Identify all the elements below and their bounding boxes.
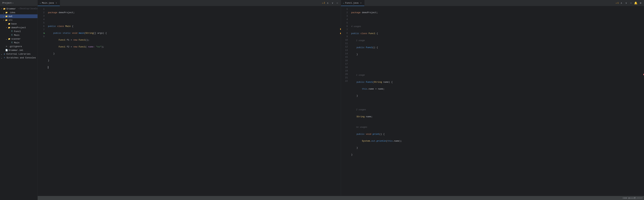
folder-icon-idea: 📁: [5, 11, 8, 14]
sidebar-tree: ▾ 📂 Grammar ~/Desktop/JavaCode/G ▾ 📁 .id…: [0, 6, 38, 200]
sidebar-item-grammar[interactable]: ▾ 📂 Grammar ~/Desktop/JavaCode/G: [0, 7, 38, 10]
more-actions-btn-right[interactable]: ⋯: [629, 1, 633, 5]
sidebar-item-idea[interactable]: ▾ 📁 .idea: [0, 10, 38, 14]
warning-badge-left: ⚠ 2: [322, 2, 325, 4]
gitignore-icon: ⊘: [5, 45, 8, 48]
func1-label: Func1: [14, 30, 21, 33]
expand-arrow-demo: ▾: [6, 26, 8, 28]
right-editor-pane: ☕ Func1.java × ⚠ 1 ∧ ∨ ⋯ 🔔 ⚙: [341, 0, 644, 196]
tab-java-icon-main: ☕: [40, 2, 41, 4]
right-gutter: [642, 6, 644, 196]
sidebar-item-ext-libs[interactable]: ▾ ⊞ External Libraries: [0, 52, 38, 56]
left-editor-pane: ☕ Main.java × ⚠ 2 ∧ ∨ ⋯: [38, 0, 341, 196]
tab-main-java[interactable]: ☕ Main.java ×: [38, 0, 60, 6]
expand-arrow-ext: ▾: [1, 53, 3, 55]
warning-icon-left: ⚠: [322, 2, 323, 4]
main-layout: Project ▾ ▾ 📂 Grammar ~/Desktop/JavaCode…: [0, 0, 644, 200]
ext-lib-icon: ⊞: [3, 52, 6, 55]
right-line-numbers: 1 2 3 4 5 6 7 8 9 10 11 12 13: [341, 6, 349, 196]
main2-label: Main: [14, 42, 19, 44]
gutter-mark-right: [643, 74, 644, 75]
expand-down-btn-right[interactable]: ∨: [624, 1, 628, 5]
folder-icon-out: 📁: [5, 15, 8, 18]
right-tab-actions: ⚠ 1 ∧ ∨ ⋯ 🔔 ⚙: [616, 1, 644, 5]
out-label: out: [8, 15, 12, 18]
warning-icon-right: ⚠: [616, 2, 617, 4]
notifications-btn[interactable]: 🔔: [634, 1, 638, 5]
warning-count-left: 2: [324, 2, 325, 4]
project-label: Project: [2, 2, 12, 4]
main-label: Main: [14, 34, 19, 36]
expand-arrow-scanner: ▾: [6, 38, 8, 40]
left-code-content: package demoProject; public class Main {…: [46, 6, 339, 196]
gutter-mark-1: [340, 28, 341, 30]
right-editor-tabs: ☕ Func1.java × ⚠ 1 ∧ ∨ ⋯ 🔔 ⚙: [341, 0, 644, 6]
more-actions-btn-left[interactable]: ⋯: [335, 1, 340, 5]
expand-down-btn-left[interactable]: ∨: [330, 1, 335, 5]
settings-btn[interactable]: ⚙: [638, 1, 643, 5]
sidebar-item-scratches[interactable]: ▾ ≡ Scratches and Consoles: [0, 56, 38, 60]
sidebar-item-gitignore[interactable]: ⊘ .gitignore: [0, 44, 38, 48]
sidebar: Project ▾ ▾ 📂 Grammar ~/Desktop/JavaCode…: [0, 0, 38, 200]
iml-icon: 📄: [5, 49, 8, 52]
status-text: CSDN @cccc禁:rrrrr: [622, 197, 643, 199]
tab-java-icon-func1: ☕: [343, 2, 344, 4]
folder-open-icon: 📂: [3, 7, 6, 10]
project-chevron: ▾: [12, 2, 14, 4]
expand-arrow-src: ▾: [3, 19, 5, 21]
src-label: src: [8, 19, 12, 22]
tab-close-main[interactable]: ×: [55, 2, 58, 4]
project-dropdown[interactable]: Project ▾: [1, 1, 14, 4]
scratch-icon: ≡: [3, 56, 6, 59]
sidebar-item-main2[interactable]: C Main: [0, 41, 38, 44]
scratches-label: Scratches and Consoles: [6, 56, 36, 59]
grammar-iml-label: Grammar.iml: [8, 49, 23, 52]
right-editor-content: 1 2 3 4 5 6 7 8 9 10 11 12 13: [341, 6, 644, 196]
ext-libs-label: External Libraries: [6, 53, 30, 55]
folder-open-icon-src: 📂: [5, 19, 8, 22]
right-code-content: package demoProject; 4 usages public cla…: [349, 6, 642, 196]
java-icon-func1: C: [10, 30, 13, 33]
tab-func1-java[interactable]: ☕ Func1.java ×: [341, 0, 365, 6]
sidebar-item-grammar-iml[interactable]: 📄 Grammar.iml: [0, 48, 38, 52]
sidebar-item-func1[interactable]: C Func1: [0, 30, 38, 33]
warning-badge-right: ⚠ 1: [616, 2, 619, 4]
sidebar-item-main[interactable]: C Main: [0, 33, 38, 37]
tab-label-main: Main.java: [42, 2, 54, 4]
gitignore-label: .gitignore: [8, 45, 22, 48]
sidebar-item-base[interactable]: 📁 base: [0, 22, 38, 26]
expand-up-btn-left[interactable]: ∧: [326, 1, 330, 5]
expand-arrow-out: ▾: [3, 15, 5, 17]
expand-up-btn-right[interactable]: ∧: [619, 1, 624, 5]
editor-area: ☕ Main.java × ⚠ 2 ∧ ∨ ⋯: [38, 0, 644, 200]
tab-label-func1: Func1.java: [345, 2, 358, 4]
left-gutter: [339, 6, 341, 196]
warning-count-right: 1: [618, 2, 619, 4]
tab-close-func1[interactable]: ×: [360, 2, 362, 4]
folder-icon-scanner: 📁: [8, 38, 10, 40]
project-header: Project ▾: [0, 0, 38, 6]
folder-open-icon-demo: 📂: [8, 26, 10, 29]
java-icon-main2: C: [10, 41, 13, 44]
grammar-path: ~/Desktop/JavaCode/G: [16, 8, 38, 10]
editors-split: ☕ Main.java × ⚠ 2 ∧ ∨ ⋯: [38, 0, 644, 196]
expand-arrow-idea: ▾: [3, 12, 5, 14]
left-tab-actions: ⚠ 2 ∧ ∨ ⋯: [322, 1, 341, 5]
expand-arrow-grammar: ▾: [1, 8, 3, 10]
sidebar-item-demoproject[interactable]: ▾ 📂 demoProject: [0, 26, 38, 30]
demoproject-label: demoProject: [11, 26, 26, 29]
left-code-area[interactable]: 1 2 3 4 5 6 7 8 9 package demoProject; p…: [38, 6, 339, 196]
run-gutter-btn-main[interactable]: ▶: [44, 32, 45, 35]
gutter-mark-2: [340, 33, 341, 34]
sidebar-item-src[interactable]: ▾ 📂 src: [0, 18, 38, 22]
left-editor-content: 1 2 3 4 5 6 7 8 9 package demoProject; p…: [38, 6, 341, 196]
right-code-area[interactable]: 1 2 3 4 5 6 7 8 9 10 11 12 13: [341, 6, 642, 196]
sidebar-item-out[interactable]: ▾ 📁 out: [0, 14, 38, 18]
left-editor-tabs: ☕ Main.java × ⚠ 2 ∧ ∨ ⋯: [38, 0, 341, 6]
grammar-label: Grammar: [6, 8, 16, 10]
base-label: base: [11, 22, 16, 25]
scanner-label: scanner: [11, 38, 21, 40]
idea-label: .idea: [8, 11, 15, 14]
sidebar-item-scanner[interactable]: ▾ 📁 scanner: [0, 37, 38, 41]
java-icon-main: C: [10, 34, 13, 36]
